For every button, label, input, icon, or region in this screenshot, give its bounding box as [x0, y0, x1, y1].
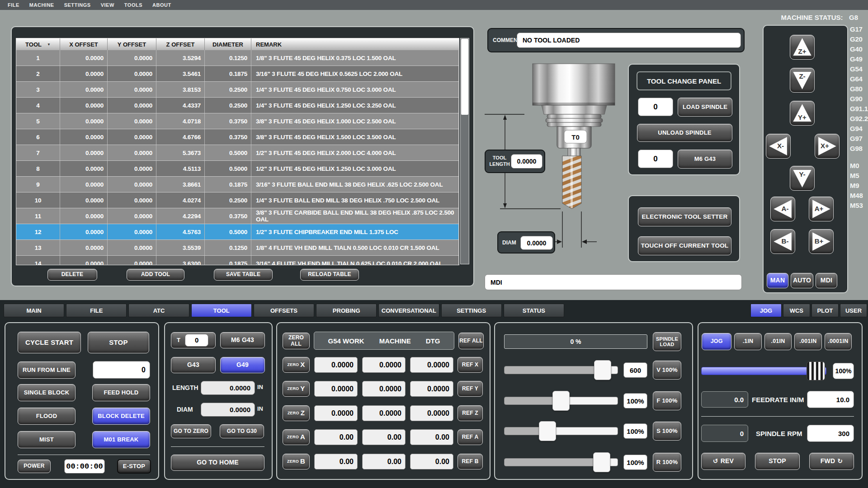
increment-01in-button[interactable]: .01IN	[764, 333, 792, 350]
table-row[interactable]: 30.00000.00003.81530.25001/4" 3 FLUTE 45…	[16, 82, 459, 98]
diam-field[interactable]: 0.0000	[201, 403, 255, 417]
table-row[interactable]: 90.00000.00003.86610.18753/16" 3 FLUTE B…	[16, 177, 459, 192]
increment-1in-button[interactable]: .1IN	[734, 333, 761, 350]
single-block-button[interactable]: SINGLE BLOCK	[18, 384, 75, 401]
save-table-button[interactable]: SAVE TABLE	[214, 269, 273, 281]
jog-a-plus-button[interactable]: A+	[809, 197, 834, 221]
jog-b-minus-button[interactable]: B-	[770, 229, 795, 254]
m01-break-button[interactable]: M01 BREAK	[92, 431, 150, 448]
menu-tools[interactable]: TOOLS	[119, 2, 147, 8]
ref-x-button[interactable]: REF X	[458, 357, 483, 373]
electronic-tool-setter-button[interactable]: ELECTRONIC TOOL SETTER	[638, 207, 731, 226]
load-spindle-button[interactable]: LOAD SPINDLE	[678, 98, 732, 117]
m6-g43-apply-button[interactable]: M6 G43	[220, 332, 265, 348]
zero-y-button[interactable]: ZEROY	[283, 381, 310, 397]
override-slider-thumb-f[interactable]	[552, 391, 570, 411]
increment-001in-button[interactable]: .001IN	[794, 333, 821, 350]
table-row[interactable]: 110.00000.00004.22940.37503/8" 3 FLUTE C…	[16, 208, 459, 224]
run-from-line-button[interactable]: RUN FROM LINE	[18, 361, 75, 379]
zero-a-button[interactable]: ZEROA	[283, 429, 310, 445]
comment-field[interactable]: NO TOOL LOADED	[517, 33, 741, 48]
ref-b-button[interactable]: REF B	[458, 454, 483, 469]
right-tab-plot[interactable]: PLOT	[811, 304, 839, 317]
table-row[interactable]: 140.00000.00003.63000.18753/16" 4 FLUTE …	[16, 256, 459, 265]
add-tool-button[interactable]: ADD TOOL	[127, 269, 184, 281]
g49-button[interactable]: G49	[220, 357, 265, 373]
override-button-v[interactable]: V 100%	[653, 361, 681, 380]
table-row[interactable]: 40.00000.00004.43370.25001/4" 3 FLUTE 45…	[16, 98, 459, 113]
tool-table[interactable]: TOOL ▼ X OFFSET Y OFFSET Z OFFSET DIAMET…	[16, 38, 459, 265]
column-header-y-offset[interactable]: Y OFFSET	[108, 38, 156, 50]
go-to-home-button[interactable]: GO TO HOME	[171, 455, 264, 471]
tab-file[interactable]: FILE	[66, 304, 127, 317]
menu-view[interactable]: VIEW	[96, 2, 119, 8]
jog-x-minus-button[interactable]: X-	[766, 134, 791, 159]
reload-table-button[interactable]: RELOAD TABLE	[300, 269, 359, 281]
zero-x-button[interactable]: ZEROX	[283, 357, 310, 373]
right-tab-wcs[interactable]: WCS	[783, 304, 810, 317]
ref-a-button[interactable]: REF A	[458, 429, 483, 445]
tab-status[interactable]: STATUS	[504, 304, 564, 317]
delete-button[interactable]: DELETE	[47, 269, 97, 281]
tab-conversational[interactable]: CONVERSATIONAL	[378, 304, 439, 317]
mist-button[interactable]: MIST	[18, 431, 75, 448]
g43-button[interactable]: G43	[171, 357, 216, 373]
run-from-line-field[interactable]: 0	[93, 361, 150, 379]
table-row[interactable]: 20.00000.00003.54610.18753/16" 3 FLUTE 4…	[16, 66, 459, 82]
spindle-stop-button[interactable]: STOP	[755, 453, 800, 470]
menu-about[interactable]: ABOUT	[147, 2, 176, 8]
override-slider-thumb-r[interactable]	[593, 452, 610, 472]
column-header-z-offset[interactable]: Z OFFSET	[156, 38, 205, 50]
mode-auto-button[interactable]: AUTO	[791, 273, 813, 288]
menu-settings[interactable]: SETTINGS	[59, 2, 96, 8]
column-header-diameter[interactable]: DIAMETER	[205, 38, 251, 50]
mdi-input[interactable]: MDI	[485, 274, 742, 290]
menu-machine[interactable]: MACHINE	[24, 2, 59, 8]
ref-z-button[interactable]: REF Z	[458, 405, 483, 421]
tab-atc[interactable]: ATC	[128, 304, 189, 317]
increment-0001in-button[interactable]: .0001IN	[825, 333, 852, 350]
ref-y-button[interactable]: REF Y	[458, 381, 483, 397]
go-to-zero-button[interactable]: GO TO ZERO	[171, 424, 211, 438]
spindle-rev-button[interactable]: ↺ REV	[701, 453, 745, 470]
ref-all-button[interactable]: REF ALL	[458, 333, 484, 349]
length-field[interactable]: 0.0000	[201, 381, 255, 395]
e-stop-button[interactable]: E-STOP	[117, 459, 151, 474]
tab-main[interactable]: MAIN	[4, 304, 64, 317]
block-delete-button[interactable]: BLOCK DELETE	[92, 408, 150, 425]
override-slider-s[interactable]	[504, 427, 618, 435]
tab-offsets[interactable]: OFFSETS	[254, 304, 314, 317]
tab-probing[interactable]: PROBING	[316, 304, 377, 317]
cycle-start-button[interactable]: CYCLE START	[18, 332, 81, 353]
override-slider-thumb-v[interactable]	[594, 360, 611, 380]
zero-all-button[interactable]: ZERO ALL	[283, 333, 310, 349]
m6-tool-field[interactable]: 0	[638, 150, 673, 168]
feed-hold-button[interactable]: FEED HOLD	[92, 384, 150, 401]
load-spindle-field[interactable]: 0	[638, 98, 673, 116]
go-to-g30-button[interactable]: GO TO G30	[220, 424, 264, 438]
override-button-r[interactable]: R 100%	[653, 453, 681, 472]
flood-button[interactable]: FLOOD	[18, 408, 75, 425]
m6-g43-button[interactable]: M6 G43	[678, 150, 732, 169]
table-row[interactable]: 60.00000.00004.67660.37503/8" 3 FLUTE 45…	[16, 129, 459, 145]
spindle-rpm-field[interactable]: 300	[807, 425, 854, 442]
jog-b-plus-button[interactable]: B+	[809, 229, 834, 254]
override-button-f[interactable]: F 100%	[653, 391, 681, 410]
stop-button[interactable]: STOP	[88, 332, 149, 353]
menu-file[interactable]: FILE	[3, 2, 24, 8]
jog-x-plus-button[interactable]: X+	[815, 134, 840, 159]
table-row[interactable]: 120.00000.00004.57630.50001/2" 3 FLUTE C…	[16, 224, 459, 240]
table-scrollbar[interactable]	[460, 38, 469, 264]
spindle-fwd-button[interactable]: FWD ↻	[809, 453, 854, 470]
tab-tool[interactable]: TOOL	[191, 304, 252, 317]
right-tab-jog[interactable]: JOG	[750, 304, 782, 317]
override-button-s[interactable]: S 100%	[653, 422, 681, 441]
unload-spindle-button[interactable]: UNLOAD SPINDLE	[637, 124, 732, 142]
table-row[interactable]: 130.00000.00003.55390.12501/8" 4 FLUTE V…	[16, 240, 459, 256]
table-row[interactable]: 100.00000.00004.02740.25001/4" 3 FLUTE B…	[16, 192, 459, 208]
table-row[interactable]: 50.00000.00004.07180.37503/8" 3 FLUTE 45…	[16, 113, 459, 129]
increment-jog-button[interactable]: JOG	[702, 333, 731, 350]
jog-a-minus-button[interactable]: A-	[770, 197, 795, 221]
jog-y-minus-button[interactable]: Y-	[790, 166, 815, 191]
table-row[interactable]: 10.00000.00003.52940.12501/8" 3 FLUTE 45…	[16, 50, 459, 66]
